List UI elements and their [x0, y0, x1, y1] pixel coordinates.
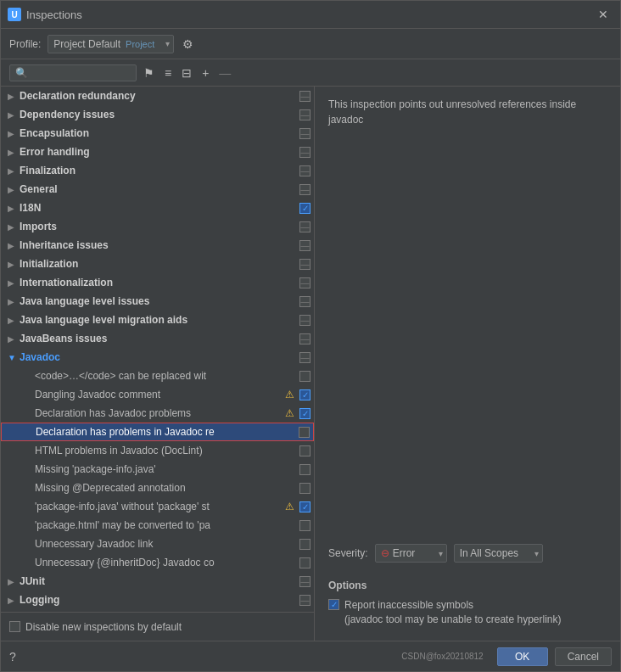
tree-item-declaration-javadoc-problems[interactable]: Declaration has Javadoc problems ⚠ ✓ [1, 404, 314, 423]
tree-item-html-problems[interactable]: HTML problems in Javadoc (DocLint) [1, 441, 314, 460]
tree-item-inheritance-issues[interactable]: ▶ Inheritance issues — [1, 236, 314, 255]
item-checkbox[interactable]: — [299, 128, 310, 139]
option-text-line1: Report inaccessible symbols [344, 599, 473, 611]
help-icon[interactable]: ? [9, 650, 16, 664]
tree-item-error-handling[interactable]: ▶ Error handling — [1, 143, 314, 161]
item-label: HTML problems in Javadoc (DocLint) [20, 445, 296, 456]
severity-value: Error [393, 547, 416, 559]
tree-item-logging[interactable]: ▶ Logging — [1, 591, 314, 609]
item-label: JUnit [20, 575, 296, 587]
options-section: Options ✓ Report inaccessible symbols (j… [328, 580, 607, 630]
item-checkbox[interactable]: — [299, 352, 310, 363]
expand-arrow: ▶ [8, 204, 20, 213]
item-checkbox[interactable]: — [299, 296, 310, 307]
tree-item-code-replace[interactable]: <code>…</code> can be replaced wit [1, 367, 314, 385]
item-checkbox[interactable] [299, 539, 310, 550]
item-checkbox[interactable]: — [299, 240, 310, 251]
tree-item-package-html-convert[interactable]: 'package.html' may be converted to 'pa [1, 516, 314, 535]
title-bar: U Inspections ✕ [1, 1, 620, 29]
tree-container[interactable]: ▶ Declaration redundancy — ▶ Dependency … [1, 87, 314, 612]
ok-button[interactable]: OK [497, 647, 548, 666]
item-label: Dependency issues [20, 109, 296, 120]
expand-arrow: ▶ [8, 334, 20, 344]
item-checkbox[interactable]: ✓ [299, 408, 310, 419]
option-text: Report inaccessible symbols (javadoc too… [344, 598, 561, 627]
expand-arrow: ▶ [8, 129, 20, 138]
profile-value: Project Default [53, 38, 120, 50]
tree-item-java-language-level-issues[interactable]: ▶ Java language level issues — [1, 292, 314, 311]
tree-item-junit[interactable]: ▶ JUnit — [1, 572, 314, 591]
item-checkbox[interactable] [299, 520, 310, 531]
search-input[interactable] [9, 64, 137, 81]
tree-item-encapsulation[interactable]: ▶ Encapsulation — [1, 124, 314, 143]
item-label: Declaration redundancy [20, 90, 296, 102]
item-checkbox[interactable]: ✓ [299, 389, 310, 400]
close-button[interactable]: ✕ [593, 6, 613, 23]
item-checkbox[interactable] [299, 557, 310, 568]
severity-dropdown[interactable]: ⊖ Error [375, 544, 447, 563]
expand-arrow: ▶ [8, 166, 20, 176]
item-checkbox[interactable]: ✓ [299, 203, 310, 214]
item-checkbox[interactable]: — [299, 91, 310, 102]
item-label: Javadoc [20, 351, 296, 363]
title-bar-left: U Inspections [8, 8, 82, 21]
item-checkbox[interactable]: — [299, 277, 310, 288]
profile-tag: Project [126, 39, 154, 49]
item-checkbox[interactable]: — [299, 109, 310, 120]
tree-item-declaration-redundancy[interactable]: ▶ Declaration redundancy — [1, 87, 314, 105]
search-toolbar: ⚑ ≡ ⊟ + — [1, 59, 620, 87]
disable-checkbox[interactable] [9, 621, 20, 632]
scope-dropdown[interactable]: In All Scopes [454, 544, 543, 563]
remove-icon[interactable]: — [215, 64, 234, 81]
item-checkbox[interactable]: — [299, 184, 310, 195]
expand-arrow: ▶ [8, 241, 20, 250]
item-checkbox[interactable]: — [299, 259, 310, 270]
tree-item-javadoc[interactable]: ▼ Javadoc — [1, 348, 314, 367]
warning-icon: ⚠ [285, 389, 294, 400]
cancel-button[interactable]: Cancel [555, 647, 612, 666]
item-checkbox[interactable]: — [299, 576, 310, 587]
item-checkbox[interactable]: — [299, 333, 310, 344]
tree-item-missing-deprecated[interactable]: Missing @Deprecated annotation [1, 479, 314, 497]
item-label: Finalization [20, 165, 296, 176]
item-checkbox[interactable]: — [299, 221, 310, 232]
tree-item-missing-package-info[interactable]: Missing 'package-info.java' [1, 460, 314, 479]
tree-item-dangling-javadoc[interactable]: Dangling Javadoc comment ⚠ ✓ [1, 385, 314, 404]
tree-item-declaration-javadoc-re[interactable]: Declaration has problems in Javadoc re [1, 423, 314, 441]
option-checkbox[interactable]: ✓ [328, 599, 339, 610]
item-checkbox[interactable] [299, 445, 310, 456]
expand-all-icon[interactable]: ≡ [161, 64, 175, 81]
item-checkbox[interactable]: — [299, 315, 310, 326]
item-checkbox[interactable]: — [299, 595, 310, 606]
tree-item-java-language-migration[interactable]: ▶ Java language level migration aids — [1, 311, 314, 329]
item-label: Logging [20, 594, 296, 606]
item-checkbox[interactable]: — [299, 147, 310, 158]
options-title: Options [328, 580, 607, 591]
tree-item-initialization[interactable]: ▶ Initialization — [1, 255, 314, 273]
item-checkbox[interactable]: ✓ [299, 501, 310, 512]
gear-icon[interactable]: ⚙ [181, 36, 195, 53]
tree-item-i18n[interactable]: ▶ I18N ✓ [1, 199, 314, 217]
tree-item-dependency-issues[interactable]: ▶ Dependency issues — [1, 105, 314, 124]
tree-item-finalization[interactable]: ▶ Finalization — [1, 161, 314, 180]
tree-item-package-info-no-package[interactable]: 'package-info.java' without 'package' st… [1, 497, 314, 516]
item-checkbox[interactable] [299, 427, 310, 438]
expand-arrow: ▶ [8, 148, 20, 157]
tree-item-javabeans[interactable]: ▶ JavaBeans issues — [1, 329, 314, 348]
tree-item-internationalization[interactable]: ▶ Internationalization — [1, 273, 314, 292]
profile-dropdown[interactable]: Project Default Project [48, 35, 174, 53]
item-label: Initialization [20, 258, 296, 270]
tree-item-imports[interactable]: ▶ Imports — [1, 217, 314, 236]
add-icon[interactable]: + [199, 64, 212, 81]
footer: ? CSDN@fox20210812 OK Cancel [1, 641, 620, 671]
item-checkbox[interactable]: — [299, 165, 310, 176]
tree-item-unnecessary-inheritdoc[interactable]: Unnecessary {@inheritDoc} Javadoc co [1, 553, 314, 572]
collapse-all-icon[interactable]: ⊟ [178, 64, 195, 81]
filter-icon[interactable]: ⚑ [140, 64, 158, 81]
tree-item-unnecessary-javadoc-link[interactable]: Unnecessary Javadoc link [1, 535, 314, 553]
item-checkbox[interactable] [299, 483, 310, 494]
item-checkbox[interactable] [299, 371, 310, 382]
app-icon: U [8, 8, 21, 21]
tree-item-general[interactable]: ▶ General — [1, 180, 314, 199]
item-checkbox[interactable] [299, 464, 310, 475]
